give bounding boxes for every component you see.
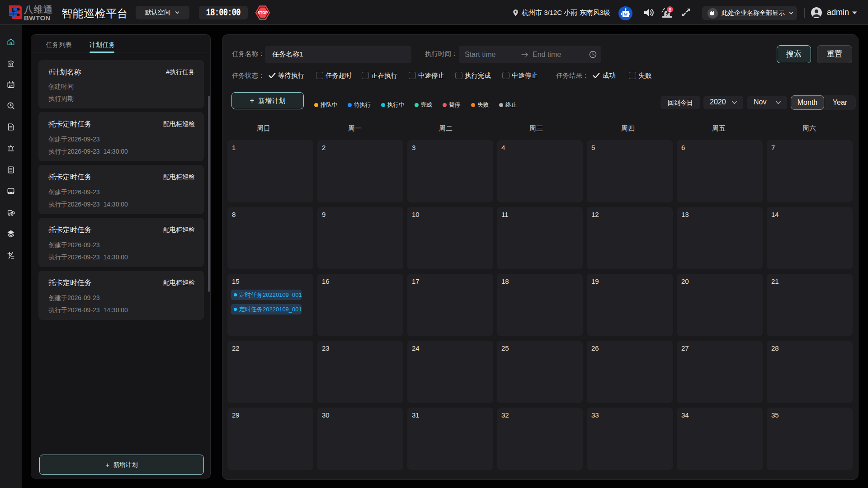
svg-text:STOP: STOP	[258, 10, 268, 15]
